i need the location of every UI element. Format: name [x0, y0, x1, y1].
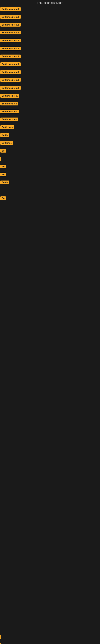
bottleneck-badge-row: Bo: [0, 196, 6, 201]
bottleneck-badge-row: Bot: [0, 149, 6, 153]
bottleneck-badge-row: Bottle: [0, 180, 9, 185]
bottleneck-badge: Bot: [0, 149, 6, 152]
bottleneck-badge: Bottleneck res: [0, 102, 18, 106]
bottleneck-badge-row: Bottleneck result: [0, 62, 21, 67]
bottleneck-badge: Bottleneck resu: [0, 110, 19, 113]
bottleneck-badge-row: Bottleneck result: [0, 39, 21, 43]
vertical-line: [0, 157, 1, 160]
bottleneck-badge-row: Bottleneck resu: [0, 94, 19, 98]
bottleneck-badge-row: Bottleneck result: [0, 31, 21, 35]
bottleneck-badge: Bottleneck result: [0, 15, 21, 19]
bottleneck-badge: Bottle: [0, 133, 9, 137]
bottleneck-badge-row: Bottlenec: [0, 141, 13, 146]
bottleneck-badge-row: Bottleneck res: [0, 102, 18, 106]
bottleneck-badge: Bottleneck: [0, 126, 14, 129]
bottleneck-badge-row: Bottleneck result: [0, 7, 21, 12]
bottleneck-badge: Bottleneck result: [0, 7, 21, 11]
bottleneck-badge: Bottleneck result: [0, 47, 21, 50]
bottleneck-badge: Bottlenec: [0, 141, 13, 145]
bottleneck-badge-row: Bottle: [0, 133, 9, 138]
bottleneck-badge: Bottleneck result: [0, 39, 21, 42]
bottleneck-badge: Bottleneck result: [0, 86, 21, 90]
bottleneck-badge-row: Bottleneck: [0, 126, 14, 130]
bottleneck-badge: Bottle: [0, 180, 9, 184]
bottleneck-badge-row: Bottleneck result: [0, 70, 21, 75]
bottleneck-badge-row: Bottleneck result: [0, 23, 21, 27]
bottleneck-badge-row: Bottleneck result: [0, 15, 21, 20]
bottleneck-badge: Bottleneck result: [0, 70, 21, 74]
bottleneck-badge: Bottleneck result: [0, 31, 21, 34]
site-title: TheBottlenecker.com: [0, 0, 100, 5]
bottleneck-badge-row: Bottleneck result: [0, 47, 21, 51]
bottleneck-badge-row: Bo: [0, 173, 6, 177]
bottleneck-badge-row: Bot: [0, 164, 6, 169]
bottleneck-badge: Bottleneck resu: [0, 94, 19, 98]
bottleneck-badge-row: Bottleneck result: [0, 78, 21, 82]
bottleneck-badge: Bot: [0, 164, 6, 168]
bottleneck-badge-row: Bottleneck result: [0, 54, 21, 59]
bottleneck-badge-row: Bottleneck result: [0, 86, 21, 90]
bottleneck-badge: Bottleneck result: [0, 78, 21, 82]
bottleneck-badge: Bottleneck result: [0, 23, 21, 26]
bottleneck-badge-row: Bottleneck res: [0, 118, 18, 122]
page-container: TheBottlenecker.com Bottleneck resultBot…: [0, 0, 100, 644]
bottleneck-badge: Bottleneck result: [0, 62, 21, 66]
bottleneck-badge: Bo: [0, 196, 6, 200]
vertical-line: [0, 635, 1, 639]
bottleneck-badge: Bo: [0, 173, 6, 176]
bottleneck-badge: Bottleneck result: [0, 54, 21, 58]
bottleneck-badge-row: Bottleneck resu: [0, 110, 19, 114]
bottleneck-badge: Bottleneck res: [0, 118, 18, 121]
vertical-line: [0, 643, 1, 644]
